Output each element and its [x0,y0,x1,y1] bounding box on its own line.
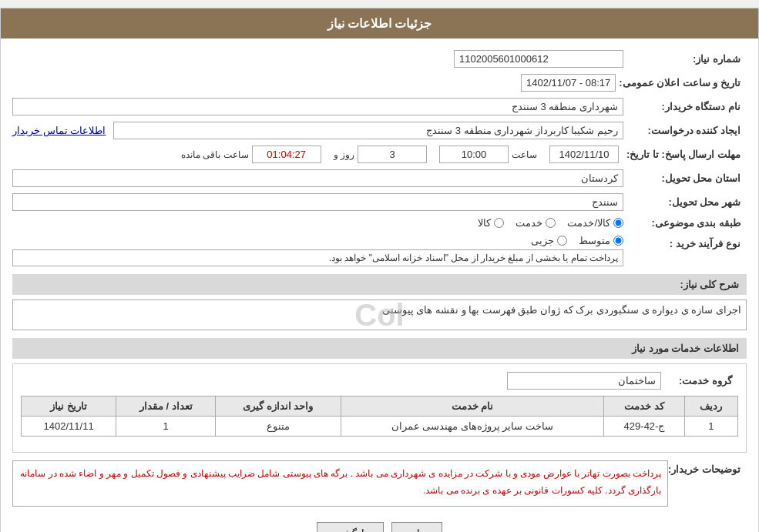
table-body: 1ج-42-429ساخت سایر پروژه‌های مهندسی عمرا… [22,417,738,437]
baqi-value: 01:04:27 [252,146,321,163]
khedmat-section: گروه خدمت: ساختمان ردیف کد خدمت نام خدمت… [12,363,747,453]
radio-jozi-item[interactable]: جزیی [531,235,567,246]
cell-vahad: متنوع [216,417,341,437]
sharh-section-label: شرح کلی نیاز: [680,279,739,290]
khedmat-section-title: اطلاعات خدمات مورد نیاز [12,338,747,359]
nam-dastgah-value: شهرداری منطقه 3 سنندج [12,98,623,115]
baqi-part: 01:04:27 ساعت باقی مانده [181,146,321,163]
sharh-row: اجرای سازه ی دیواره ی سنگبوردی برک که ژو… [12,299,747,330]
roz-part: 3 روز و [334,146,427,163]
tawzih-value: پرداخت بصورت تهاتر با عوارض مودی و با شر… [12,460,668,507]
radio-jozi[interactable] [557,236,567,246]
shomara-niaz-value: 1102005601000612 [454,50,623,68]
ostan-value: کردستان [12,169,623,187]
radio-kala-khedmat-item[interactable]: کالا/خدمت [567,217,623,229]
ostan-row: استان محل تحویل: کردستان [12,169,747,187]
shahr-label: شهر محل تحویل: [623,196,747,208]
radio-kala-khedmat-label: کالا/خدمت [567,217,610,229]
tabaqe-row: طبقه بندی موضوعی: کالا/خدمت خدمت کالا [12,217,747,229]
mohlet-ersal-label: مهلت ارسال پاسخ: تا تاریخ: [623,149,747,160]
tawzih-label: توضیحات خریدار: [668,460,747,475]
cell-kod: ج-42-429 [604,417,685,437]
nam-dastgah-label: نام دستگاه خریدار: [623,101,747,112]
buttons-row: چاپ بازگشت [12,514,747,532]
goroh-label: گروه خدمت: [661,375,738,386]
tarikh-elaan-label: تاریخ و ساعت اعلان عمومی: [619,77,747,89]
saat-value: 10:00 [439,146,509,163]
process-content: متوسط جزیی پرداخت تمام یا بخشی از مبلغ خ… [12,235,623,266]
content: شماره نیاز: 1102005601000612 تاریخ و ساع… [1,38,758,532]
radio-jozi-label: جزیی [531,235,554,246]
mohlet-ersal-row: مهلت ارسال پاسخ: تا تاریخ: 1402/11/10 سا… [12,146,747,163]
shahr-row: شهر محل تحویل: سنندج [12,193,747,211]
khedmat-section-label: اطلاعات خدمات مورد نیاز [632,343,739,354]
btn-chap[interactable]: چاپ [391,522,442,532]
navaa-label: نوع فرآیند خرید : [623,235,747,249]
process-text: پرداخت تمام یا بخشی از مبلغ خریدار از مح… [12,249,623,266]
radio-motawaset-item[interactable]: متوسط [579,235,623,246]
ijad-konande-row: ایجاد کننده درخواست: رحیم شکیبا کاربرداز… [12,122,747,139]
col-radif: ردیف [684,396,737,417]
col-kod: کد خدمت [604,396,685,417]
radio-khedmat[interactable] [546,218,556,228]
radio-kala-item[interactable]: کالا [478,217,504,229]
goroh-value: ساختمان [507,372,661,390]
col-nam: نام خدمت [341,396,603,417]
roz-label: روز و [334,149,354,160]
khedmat-table: ردیف کد خدمت نام خدمت واحد اندازه گیری ت… [21,396,738,437]
col-vahad: واحد اندازه گیری [216,396,341,417]
shomara-niaz-row: شماره نیاز: 1102005601000612 [12,50,747,68]
radio-khedmat-label: خدمت [516,217,542,229]
cell-radif: 1 [684,417,737,437]
date-part: 1402/11/10 [549,146,619,163]
ijad-konande-label: ایجاد کننده درخواست: [623,125,747,136]
ijad-konande-value: رحیم شکیبا کاربرداز شهرداری منطقه 3 سنند… [113,122,623,139]
announce-row: تاریخ و ساعت اعلان عمومی: 1402/11/07 - 0… [12,74,747,92]
cell-tarikh: 1402/11/11 [22,417,116,437]
tabaqe-label: طبقه بندی موضوعی: [623,217,747,229]
process-type-row: نوع فرآیند خرید : متوسط جزیی پرداخت تمام… [12,235,747,266]
page-title: جزئیات اطلاعات نیاز [327,17,432,30]
cell-nam: ساخت سایر پروژه‌های مهندسی عمران [341,417,603,437]
table-header-row: ردیف کد خدمت نام خدمت واحد اندازه گیری ت… [22,396,738,417]
roz-value: 3 [358,146,427,163]
page-container: جزئیات اطلاعات نیاز شماره نیاز: 11020056… [0,8,759,532]
saat-label: ساعت [512,149,537,160]
table-head: ردیف کد خدمت نام خدمت واحد اندازه گیری ت… [22,396,738,417]
btn-bazgasht[interactable]: بازگشت [317,522,384,532]
tarikh-elaan-value: 1402/11/07 - 08:17 [521,74,616,92]
radio-kala-label: کالا [478,217,491,229]
tabaqe-radio-group: کالا/خدمت خدمت کالا [478,217,623,229]
goroh-row: گروه خدمت: ساختمان [21,372,738,390]
shomara-niaz-label: شماره نیاز: [623,53,747,65]
saat-part: ساعت 10:00 [439,146,537,163]
col-tarikh: تاریخ نیاز [22,396,116,417]
tawzih-section: توضیحات خریدار: پرداخت بصورت تهاتر با عو… [12,460,747,507]
page-header: جزئیات اطلاعات نیاز [1,8,758,38]
table-row: 1ج-42-429ساخت سایر پروژه‌های مهندسی عمرا… [22,417,738,437]
ostan-label: استان محل تحویل: [623,172,747,184]
radio-kala-khedmat[interactable] [613,218,623,228]
sharh-section-title: شرح کلی نیاز: [12,274,747,295]
sharh-text: اجرای سازه ی دیواره ی سنگبوردی برک که ژو… [382,304,741,316]
col-tedad: تعداد / مقدار [116,396,216,417]
nam-dastgah-row: نام دستگاه خریدار: شهرداری منطقه 3 سنندج [12,98,747,115]
contact-link[interactable]: اطلاعات تماس خریدار [12,125,106,136]
process-radio-row: متوسط جزیی [12,235,623,246]
radio-motawaset[interactable] [613,236,623,246]
sharh-value: اجرای سازه ی دیواره ی سنگبوردی برک که ژو… [12,299,747,330]
radio-khedmat-item[interactable]: خدمت [516,217,556,229]
shahr-value: سنندج [12,193,623,211]
radio-kala[interactable] [494,218,504,228]
cell-tedad: 1 [116,417,216,437]
radio-motawaset-label: متوسط [579,235,610,246]
baqi-label: ساعت باقی مانده [181,149,249,160]
date-value: 1402/11/10 [549,146,619,163]
